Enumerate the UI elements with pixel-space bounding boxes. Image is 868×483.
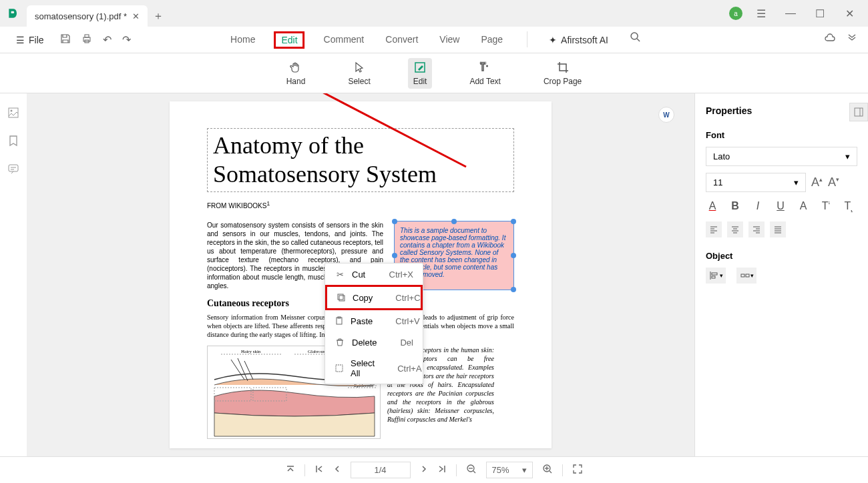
prev-page-icon[interactable] (333, 465, 341, 475)
word-export-badge[interactable]: W (658, 107, 674, 123)
italic-icon[interactable]: I (751, 200, 765, 213)
undo-icon[interactable]: ↶ (103, 33, 112, 47)
document-tab[interactable]: somatosensory (1).pdf * ✕ (27, 5, 148, 27)
fit-page-icon[interactable] (572, 464, 583, 476)
next-page-icon[interactable] (420, 465, 428, 475)
menu-comment[interactable]: Comment (321, 31, 367, 49)
svg-rect-24 (339, 296, 345, 301)
zoom-out-icon[interactable] (466, 464, 477, 476)
menu-home[interactable]: Home (228, 31, 258, 49)
menu-page[interactable]: Page (478, 31, 505, 49)
font-section-label: Font (706, 130, 857, 140)
decrease-size-icon[interactable]: A▾ (828, 175, 839, 189)
bold-icon[interactable]: B (728, 200, 742, 213)
statusbar: 1/4 75%▾ (0, 456, 868, 483)
comments-icon[interactable] (7, 163, 19, 177)
distribute-objects-icon[interactable]: ▾ (736, 268, 756, 284)
hamburger-icon[interactable]: ☰ (750, 3, 772, 24)
align-justify-icon[interactable] (770, 221, 786, 237)
edit-toolbar: Hand Select Edit Add Text Crop Page (0, 53, 868, 93)
page-number-input[interactable]: 1/4 (351, 462, 411, 478)
svg-rect-47 (741, 274, 744, 277)
ctx-delete[interactable]: Delete Del (325, 332, 423, 353)
edit-tool[interactable]: Edit (408, 58, 433, 89)
doc-title[interactable]: Anatomy of the Somatosensory System (207, 128, 514, 192)
collapse-icon[interactable] (847, 33, 857, 47)
chevron-down-icon: ▾ (522, 465, 527, 475)
text-color-icon[interactable]: A (706, 200, 719, 213)
add-text-tool[interactable]: Add Text (464, 58, 505, 89)
search-icon[interactable] (630, 31, 640, 49)
print-icon[interactable] (81, 33, 92, 47)
panel-toggle-icon[interactable] (849, 103, 868, 121)
thumbnails-icon[interactable] (7, 107, 19, 121)
ctx-copy[interactable]: Copy Ctrl+C (325, 285, 423, 310)
align-left-icon[interactable] (706, 221, 722, 237)
svg-rect-45 (712, 273, 717, 275)
svg-line-4 (637, 39, 640, 41)
paste-icon (335, 316, 344, 326)
object-section-label: Object (706, 251, 857, 261)
tab-add-button[interactable]: ＋ (148, 5, 169, 27)
hand-tool[interactable]: Hand (281, 58, 311, 89)
hand-icon (289, 61, 302, 74)
svg-line-60 (550, 471, 552, 473)
context-menu: ✂ Cut Ctrl+X Copy Ctrl+C Paste Ctrl+V De… (324, 263, 423, 384)
user-avatar[interactable]: a (729, 7, 742, 20)
underline-icon[interactable]: U (774, 200, 787, 213)
menu-edit[interactable]: Edit (274, 31, 304, 49)
ctx-select-all[interactable]: Select All Ctrl+A (325, 353, 423, 384)
scissors-icon: ✂ (335, 269, 345, 280)
svg-rect-46 (712, 276, 715, 278)
align-right-icon[interactable] (748, 221, 765, 237)
close-icon[interactable]: ✕ (839, 3, 860, 24)
edit-icon (413, 61, 427, 74)
tab-close-icon[interactable]: ✕ (132, 11, 140, 21)
divider (527, 31, 527, 47)
menu-convert[interactable]: Convert (383, 31, 421, 49)
cloud-icon[interactable] (824, 33, 836, 47)
bookmarks-icon[interactable] (7, 135, 19, 149)
ai-button[interactable]: ✦ Afirstsoft AI (549, 31, 608, 49)
last-page-icon[interactable] (437, 464, 447, 476)
svg-rect-9 (9, 165, 18, 171)
increase-size-icon[interactable]: A▴ (811, 175, 823, 189)
superscript-icon[interactable]: T¹ (819, 200, 833, 213)
document-viewport[interactable]: Anatomy of the Somatosensory System FROM… (27, 93, 694, 456)
scroll-top-icon[interactable] (286, 464, 295, 476)
add-text-icon (479, 61, 492, 74)
app-logo (0, 0, 27, 27)
font-icon[interactable]: A (797, 200, 810, 213)
first-page-icon[interactable] (314, 464, 324, 476)
subscript-icon[interactable]: T₁ (842, 200, 855, 213)
minimize-icon[interactable]: — (780, 3, 801, 24)
svg-rect-27 (336, 365, 343, 372)
doc-subtitle: FROM WIKIBOOKS1 (207, 200, 514, 209)
zoom-select[interactable]: 75%▾ (486, 462, 533, 478)
ctx-paste[interactable]: Paste Ctrl+V (325, 310, 423, 332)
tab-title: somatosensory (1).pdf * (35, 11, 127, 21)
crop-icon (556, 61, 570, 74)
properties-panel: Properties ✕ Font Lato ▾ 11 ▾ A▴ A▾ A B … (694, 93, 868, 456)
maximize-icon[interactable]: ☐ (809, 3, 831, 24)
font-family-select[interactable]: Lato ▾ (706, 147, 857, 166)
trash-icon (335, 337, 345, 348)
file-menu-button[interactable]: ☰ File (11, 32, 49, 48)
svg-line-56 (473, 471, 475, 473)
svg-rect-48 (746, 274, 749, 277)
zoom-in-icon[interactable] (542, 464, 553, 476)
svg-rect-49 (855, 108, 863, 116)
align-center-icon[interactable] (727, 221, 743, 237)
menubar: ☰ File ↶ ↷ Home Edit Comment Convert Vie… (0, 27, 868, 53)
align-objects-icon[interactable]: ▾ (706, 268, 726, 284)
cursor-icon (353, 61, 366, 74)
sparkle-icon: ✦ (549, 35, 557, 45)
left-sidebar (0, 93, 27, 456)
crop-tool[interactable]: Crop Page (538, 58, 587, 89)
menu-view[interactable]: View (437, 31, 462, 49)
ctx-cut[interactable]: ✂ Cut Ctrl+X (325, 264, 423, 285)
font-size-select[interactable]: 11 ▾ (706, 173, 806, 192)
redo-icon[interactable]: ↷ (122, 33, 131, 47)
save-icon[interactable] (60, 33, 71, 47)
select-tool[interactable]: Select (343, 58, 375, 89)
